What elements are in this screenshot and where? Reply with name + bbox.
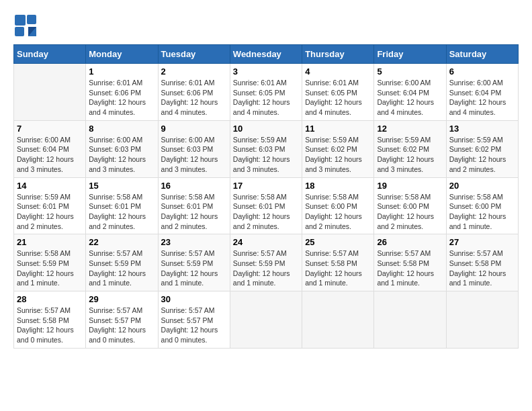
calendar-cell [446, 291, 518, 349]
week-row-2: 7Sunrise: 6:00 AMSunset: 6:04 PMDaylight… [14, 120, 519, 177]
day-number: 26 [377, 237, 443, 247]
day-info: Sunrise: 6:00 AMSunset: 6:03 PMDaylight:… [89, 135, 154, 175]
header-row: SundayMondayTuesdayWednesdayThursdayFrid… [14, 45, 519, 64]
day-info: Sunrise: 6:01 AMSunset: 6:06 PMDaylight:… [89, 78, 154, 118]
calendar-cell: 11Sunrise: 5:59 AMSunset: 6:02 PMDayligh… [302, 120, 374, 177]
day-info: Sunrise: 5:57 AMSunset: 5:59 PMDaylight:… [161, 248, 227, 288]
day-number: 27 [449, 237, 515, 247]
calendar-cell: 6Sunrise: 6:00 AMSunset: 6:04 PMDaylight… [446, 64, 518, 121]
calendar-cell [302, 291, 374, 349]
calendar-cell: 10Sunrise: 5:59 AMSunset: 6:03 PMDayligh… [230, 120, 302, 177]
day-number: 2 [161, 66, 227, 77]
day-number: 24 [233, 237, 299, 247]
calendar-cell: 17Sunrise: 5:58 AMSunset: 6:01 PMDayligh… [230, 177, 302, 234]
day-number: 1 [89, 66, 154, 77]
calendar-cell: 9Sunrise: 6:00 AMSunset: 6:03 PMDaylight… [158, 120, 230, 177]
calendar-header: SundayMondayTuesdayWednesdayThursdayFrid… [14, 45, 519, 64]
header-day-sunday: Sunday [14, 45, 86, 64]
day-info: Sunrise: 5:58 AMSunset: 6:00 PMDaylight:… [449, 192, 515, 232]
calendar-cell: 1Sunrise: 6:01 AMSunset: 6:06 PMDaylight… [86, 64, 158, 121]
header-day-wednesday: Wednesday [230, 45, 302, 64]
day-info: Sunrise: 5:59 AMSunset: 6:03 PMDaylight:… [233, 135, 299, 175]
header-day-monday: Monday [86, 45, 158, 64]
day-info: Sunrise: 6:01 AMSunset: 6:05 PMDaylight:… [233, 78, 299, 118]
day-info: Sunrise: 6:00 AMSunset: 6:04 PMDaylight:… [449, 78, 515, 118]
day-number: 18 [305, 181, 371, 191]
day-info: Sunrise: 5:57 AMSunset: 5:57 PMDaylight:… [161, 306, 227, 345]
day-number: 16 [161, 181, 227, 191]
day-info: Sunrise: 6:00 AMSunset: 6:03 PMDaylight:… [161, 135, 227, 175]
calendar-cell: 20Sunrise: 5:58 AMSunset: 6:00 PMDayligh… [446, 177, 518, 234]
calendar-cell: 4Sunrise: 6:01 AMSunset: 6:05 PMDaylight… [302, 64, 374, 121]
calendar-cell: 25Sunrise: 5:57 AMSunset: 5:58 PMDayligh… [302, 234, 374, 291]
calendar-cell: 30Sunrise: 5:57 AMSunset: 5:57 PMDayligh… [158, 291, 230, 349]
calendar-cell: 15Sunrise: 5:58 AMSunset: 6:01 PMDayligh… [86, 177, 158, 234]
svg-rect-2 [15, 27, 24, 36]
day-info: Sunrise: 6:01 AMSunset: 6:06 PMDaylight:… [161, 78, 227, 118]
page-header [13, 13, 519, 38]
calendar-cell: 27Sunrise: 5:57 AMSunset: 5:58 PMDayligh… [446, 234, 518, 291]
calendar-cell [14, 64, 86, 121]
day-info: Sunrise: 5:58 AMSunset: 5:59 PMDaylight:… [17, 248, 83, 288]
day-number: 25 [305, 237, 371, 247]
day-number: 4 [305, 66, 371, 77]
day-info: Sunrise: 6:01 AMSunset: 6:05 PMDaylight:… [305, 78, 371, 118]
day-number: 12 [377, 124, 443, 134]
calendar-cell: 24Sunrise: 5:57 AMSunset: 5:59 PMDayligh… [230, 234, 302, 291]
day-number: 5 [377, 66, 443, 77]
day-info: Sunrise: 6:00 AMSunset: 6:04 PMDaylight:… [377, 78, 443, 118]
logo-icon [13, 13, 38, 38]
calendar-cell: 19Sunrise: 5:58 AMSunset: 6:00 PMDayligh… [374, 177, 446, 234]
day-info: Sunrise: 5:59 AMSunset: 6:02 PMDaylight:… [305, 135, 371, 175]
day-number: 13 [449, 124, 515, 134]
day-number: 3 [233, 66, 299, 77]
day-info: Sunrise: 5:59 AMSunset: 6:01 PMDaylight:… [17, 192, 83, 232]
day-info: Sunrise: 5:58 AMSunset: 6:00 PMDaylight:… [305, 192, 371, 232]
day-number: 29 [89, 294, 154, 304]
header-day-saturday: Saturday [446, 45, 518, 64]
day-info: Sunrise: 5:57 AMSunset: 5:58 PMDaylight:… [17, 306, 83, 345]
calendar-cell: 18Sunrise: 5:58 AMSunset: 6:00 PMDayligh… [302, 177, 374, 234]
day-info: Sunrise: 6:00 AMSunset: 6:04 PMDaylight:… [17, 135, 83, 175]
calendar-cell: 29Sunrise: 5:57 AMSunset: 5:57 PMDayligh… [86, 291, 158, 349]
header-day-friday: Friday [374, 45, 446, 64]
calendar-cell: 12Sunrise: 5:59 AMSunset: 6:02 PMDayligh… [374, 120, 446, 177]
day-info: Sunrise: 5:59 AMSunset: 6:02 PMDaylight:… [377, 135, 443, 175]
calendar-cell: 23Sunrise: 5:57 AMSunset: 5:59 PMDayligh… [158, 234, 230, 291]
calendar-cell: 21Sunrise: 5:58 AMSunset: 5:59 PMDayligh… [14, 234, 86, 291]
calendar-cell [230, 291, 302, 349]
calendar-cell: 8Sunrise: 6:00 AMSunset: 6:03 PMDaylight… [86, 120, 158, 177]
day-number: 11 [305, 124, 371, 134]
calendar-cell: 26Sunrise: 5:57 AMSunset: 5:58 PMDayligh… [374, 234, 446, 291]
day-number: 21 [17, 237, 83, 247]
svg-rect-1 [27, 15, 36, 24]
day-number: 15 [89, 181, 154, 191]
day-number: 23 [161, 237, 227, 247]
day-info: Sunrise: 5:58 AMSunset: 6:01 PMDaylight:… [161, 192, 227, 232]
day-number: 9 [161, 124, 227, 134]
calendar-cell: 3Sunrise: 6:01 AMSunset: 6:05 PMDaylight… [230, 64, 302, 121]
header-day-tuesday: Tuesday [158, 45, 230, 64]
week-row-4: 21Sunrise: 5:58 AMSunset: 5:59 PMDayligh… [14, 234, 519, 291]
calendar-table: SundayMondayTuesdayWednesdayThursdayFrid… [13, 44, 519, 349]
day-number: 6 [449, 66, 515, 77]
calendar-cell: 14Sunrise: 5:59 AMSunset: 6:01 PMDayligh… [14, 177, 86, 234]
calendar-cell: 5Sunrise: 6:00 AMSunset: 6:04 PMDaylight… [374, 64, 446, 121]
calendar-body: 1Sunrise: 6:01 AMSunset: 6:06 PMDaylight… [14, 64, 519, 349]
day-number: 14 [17, 181, 83, 191]
day-info: Sunrise: 5:58 AMSunset: 6:00 PMDaylight:… [377, 192, 443, 232]
day-number: 17 [233, 181, 299, 191]
week-row-5: 28Sunrise: 5:57 AMSunset: 5:58 PMDayligh… [14, 291, 519, 349]
week-row-3: 14Sunrise: 5:59 AMSunset: 6:01 PMDayligh… [14, 177, 519, 234]
day-number: 19 [377, 181, 443, 191]
calendar-cell [374, 291, 446, 349]
calendar-cell: 7Sunrise: 6:00 AMSunset: 6:04 PMDaylight… [14, 120, 86, 177]
day-info: Sunrise: 5:57 AMSunset: 5:59 PMDaylight:… [89, 248, 154, 288]
day-number: 22 [89, 237, 154, 247]
day-number: 30 [161, 294, 227, 304]
calendar-cell: 28Sunrise: 5:57 AMSunset: 5:58 PMDayligh… [14, 291, 86, 349]
day-info: Sunrise: 5:58 AMSunset: 6:01 PMDaylight:… [233, 192, 299, 232]
day-info: Sunrise: 5:59 AMSunset: 6:02 PMDaylight:… [449, 135, 515, 175]
week-row-1: 1Sunrise: 6:01 AMSunset: 6:06 PMDaylight… [14, 64, 519, 121]
day-info: Sunrise: 5:57 AMSunset: 5:58 PMDaylight:… [305, 248, 371, 288]
